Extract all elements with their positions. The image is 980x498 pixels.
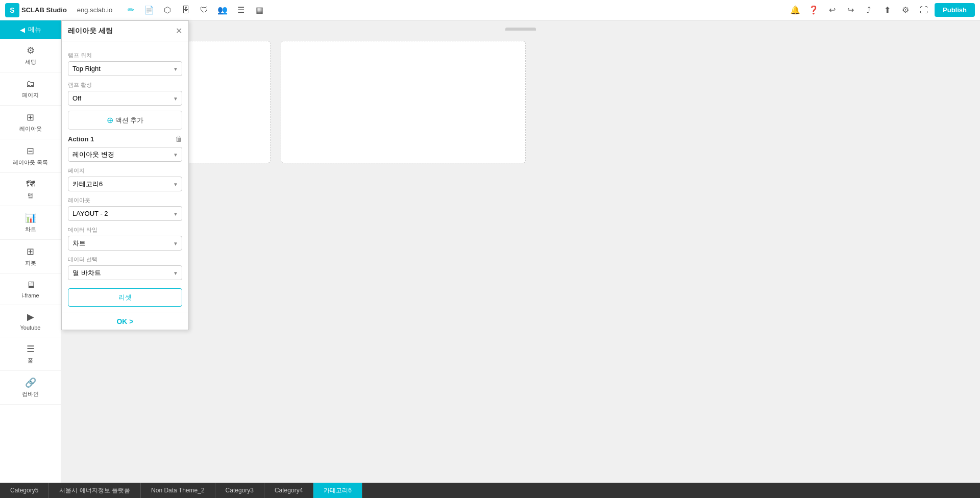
settings-icon[interactable]: ⚙ <box>898 3 913 18</box>
layout-field-label: 레이아웃 <box>68 196 182 204</box>
data-select-label: 데이터 선택 <box>68 256 182 263</box>
data-select-wrap: 열 바차트 라인 차트 파이 차트 <box>68 265 182 280</box>
layout-select[interactable]: LAYOUT - 2 LAYOUT - 1 LAYOUT - 3 <box>68 206 182 221</box>
pivot-icon: ⊞ <box>27 246 34 257</box>
sidebar-item-pivot[interactable]: ⊞ 피봇 <box>0 240 61 273</box>
ok-button[interactable]: OK > <box>116 317 133 326</box>
sidebar-item-label: 레이아웃 <box>19 125 42 133</box>
sidebar: ◀ 메뉴 ⚙ 세팅 🗂 페이지 ⊞ 레이아웃 ⊟ 레이아웃 목록 🗺 맵 📊 차… <box>0 20 61 483</box>
sidebar-item-label: 컴바인 <box>22 390 39 398</box>
shield-icon[interactable]: 🛡 <box>196 2 212 18</box>
add-action-button[interactable]: ⊕ 액션 추가 <box>68 111 182 130</box>
sidebar-item-layout-list[interactable]: ⊟ 레이아웃 목록 <box>0 139 61 173</box>
bottom-tab-cat4[interactable]: Category4 <box>264 483 313 498</box>
lamp-position-select-wrap: Top Right Top Left Bottom Right Bottom L… <box>68 61 182 76</box>
sidebar-item-combine[interactable]: 🔗 컴바인 <box>0 371 61 405</box>
table-icon[interactable]: ▦ <box>251 2 267 18</box>
sidebar-item-page[interactable]: 🗂 페이지 <box>0 72 61 106</box>
data-type-select-wrap: 차트 맵 폼 <box>68 236 182 251</box>
action-type-select-wrap: 레이아웃 변경 페이지 이동 <box>68 147 182 162</box>
dialog-title: 레이아웃 세팅 <box>68 27 113 36</box>
action1-delete-button[interactable]: 🗑 <box>175 135 182 143</box>
page-select[interactable]: 카테고리6 Category5 Category3 Category4 <box>68 177 182 191</box>
main: ◀ 메뉴 ⚙ 세팅 🗂 페이지 ⊞ 레이아웃 ⊟ 레이아웃 목록 🗺 맵 📊 차… <box>0 20 980 483</box>
sidebar-item-label: i-frame <box>21 292 39 298</box>
sidebar-item-label: 레이아웃 목록 <box>13 159 48 166</box>
sidebar-item-map[interactable]: 🗺 맵 <box>0 173 61 206</box>
toolbar-icons: ✏ 📄 ⬡ 🗄 🛡 👥 ☰ ▦ <box>122 2 267 18</box>
sidebar-item-youtube[interactable]: ▶ Youtube <box>0 305 61 337</box>
lamp-active-select[interactable]: Off On <box>68 91 182 106</box>
sidebar-item-iframe[interactable]: 🖥 i-frame <box>0 273 61 305</box>
url-bar: eng.sclab.io <box>77 6 112 14</box>
layout-select-wrap: LAYOUT - 2 LAYOUT - 1 LAYOUT - 3 <box>68 206 182 221</box>
data-select[interactable]: 열 바차트 라인 차트 파이 차트 <box>68 265 182 280</box>
sidebar-item-form[interactable]: ☰ 폼 <box>0 337 61 371</box>
edit-icon[interactable]: ✏ <box>122 2 139 18</box>
ok-btn-row: OK > <box>62 312 188 330</box>
dialog-close-button[interactable]: ✕ <box>176 26 182 36</box>
sidebar-item-layout[interactable]: ⊞ 레이아웃 <box>0 106 61 139</box>
bottom-tab-seoul[interactable]: 서울시 에너지정보 플랫폼 <box>49 483 141 498</box>
action1-title: Action 1 <box>68 135 94 143</box>
bottom-tab-cat3[interactable]: Category3 <box>215 483 264 498</box>
sidebar-item-settings[interactable]: ⚙ 세팅 <box>0 39 61 72</box>
action1-header: Action 1 🗑 <box>68 135 182 143</box>
redo-icon[interactable]: ↪ <box>843 3 858 18</box>
file-icon[interactable]: 📄 <box>141 2 157 18</box>
layout-list-icon: ⊟ <box>27 145 34 157</box>
sidebar-item-label: 폼 <box>28 357 33 364</box>
bell-icon[interactable]: 🔔 <box>788 3 803 18</box>
bottombar: Category5 서울시 에너지정보 플랫폼 Non Data Theme_2… <box>0 483 980 498</box>
list-icon[interactable]: ☰ <box>233 2 249 18</box>
lamp-position-label: 램프 위치 <box>68 52 182 59</box>
cube-icon[interactable]: ⬡ <box>159 2 176 18</box>
form-icon: ☰ <box>27 343 35 355</box>
topbar-right: 🔔 ❓ ↩ ↪ ⤴ ⬆ ⚙ ⛶ Publish <box>788 3 975 18</box>
topbar: S SCLAB Studio eng.sclab.io ✏ 📄 ⬡ 🗄 🛡 👥 … <box>0 0 980 20</box>
sidebar-item-chart[interactable]: 📊 차트 <box>0 206 61 240</box>
sidebar-header-label: 메뉴 <box>28 25 41 34</box>
layout-icon: ⊞ <box>27 112 34 123</box>
sidebar-item-label: 세팅 <box>25 58 36 66</box>
data-type-label: 데이터 타입 <box>68 226 182 234</box>
users-icon[interactable]: 👥 <box>214 2 231 18</box>
bottom-tab-nondatatheme2[interactable]: Non Data Theme_2 <box>141 483 215 498</box>
sidebar-item-label: 맵 <box>28 192 33 200</box>
canvas-panel-right <box>281 41 526 163</box>
upload-icon[interactable]: ⬆ <box>879 3 895 18</box>
publish-button[interactable]: Publish <box>935 3 975 17</box>
youtube-icon: ▶ <box>27 311 34 322</box>
lamp-position-select[interactable]: Top Right Top Left Bottom Right Bottom L… <box>68 61 182 76</box>
canvas-indicator <box>61 20 980 31</box>
database-icon[interactable]: 🗄 <box>178 2 194 18</box>
sidebar-item-label: 페이지 <box>22 91 39 99</box>
iframe-icon: 🖥 <box>26 280 35 290</box>
page-field-label: 페이지 <box>68 167 182 175</box>
sidebar-item-label: 차트 <box>25 226 36 233</box>
sidebar-item-label: Youtube <box>20 325 41 331</box>
canvas-area <box>61 20 980 483</box>
help-icon[interactable]: ❓ <box>806 3 821 18</box>
action-type-select[interactable]: 레이아웃 변경 페이지 이동 <box>68 147 182 162</box>
plus-icon: ⊕ <box>107 115 113 125</box>
chart-icon: 📊 <box>25 212 36 223</box>
bottom-tab-cat6[interactable]: 카테고리6 <box>313 483 362 498</box>
undo-icon[interactable]: ↩ <box>824 3 840 18</box>
expand-icon[interactable]: ⛶ <box>916 3 932 18</box>
reset-button[interactable]: 리셋 <box>68 288 182 307</box>
share-icon[interactable]: ⤴ <box>861 3 876 18</box>
sidebar-arrow-icon: ◀ <box>20 26 25 34</box>
dialog-body: 램프 위치 Top Right Top Left Bottom Right Bo… <box>62 41 188 312</box>
bottom-tab-cat5[interactable]: Category5 <box>0 483 49 498</box>
map-icon: 🗺 <box>26 179 35 190</box>
add-action-label: 액션 추가 <box>115 116 144 125</box>
combine-icon: 🔗 <box>25 377 36 388</box>
lamp-active-label: 램프 활성 <box>68 81 182 89</box>
data-type-select[interactable]: 차트 맵 폼 <box>68 236 182 251</box>
layout-settings-dialog: 레이아웃 세팅 ✕ 램프 위치 Top Right Top Left Botto… <box>61 20 189 330</box>
sidebar-item-label: 피봇 <box>25 259 36 267</box>
lamp-active-select-wrap: Off On <box>68 91 182 106</box>
logo-text: SCLAB Studio <box>21 6 67 14</box>
canvas-content <box>61 31 980 483</box>
